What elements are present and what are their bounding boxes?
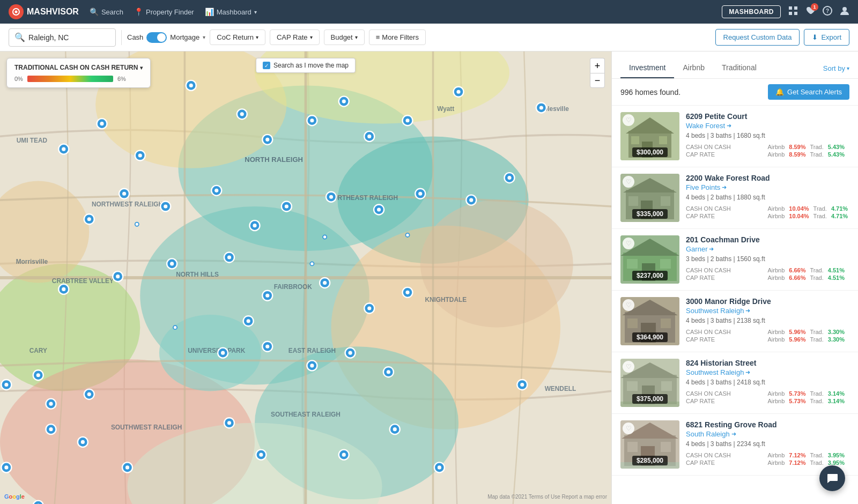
chat-fab-button[interactable] xyxy=(819,465,845,491)
property-image-wrap-4: $375,000 ♡ xyxy=(620,359,679,407)
property-neighborhood-2[interactable]: Garner ➜ xyxy=(686,245,849,253)
property-neighborhood-3[interactable]: Southwest Raleigh ➜ xyxy=(686,307,849,315)
cap-label-5: CAP RATE xyxy=(686,459,768,466)
favorite-button-0[interactable]: ♡ xyxy=(623,114,634,126)
svg-rect-166 xyxy=(631,136,639,144)
nav-mashboard[interactable]: 📊 Mashboard ▾ xyxy=(205,8,257,16)
favorite-button-4[interactable]: ♡ xyxy=(623,361,634,373)
cap-label-2: CAP RATE xyxy=(686,275,768,281)
user-icon[interactable] xyxy=(840,6,849,18)
legend-max: 6% xyxy=(117,76,126,82)
zoom-in-button[interactable]: + xyxy=(590,58,605,73)
sort-by-button[interactable]: Sort by ▾ xyxy=(823,59,849,78)
svg-point-68 xyxy=(456,90,460,94)
trad-cap-3: 3.30% xyxy=(828,336,845,343)
search-as-move-checkbox[interactable]: ✓ Search as I move the map xyxy=(256,58,356,73)
coc-values-5: Airbnb 7.12% Trad. 3.95% xyxy=(768,452,850,458)
property-neighborhood-1[interactable]: Five Points ➜ xyxy=(686,183,849,191)
tab-airbnb[interactable]: Airbnb xyxy=(674,58,713,78)
alert-btn-label: Get Search Alerts xyxy=(787,88,842,96)
svg-point-90 xyxy=(469,198,473,202)
favorite-button-2[interactable]: ♡ xyxy=(623,238,634,249)
search-nav-icon: 🔍 xyxy=(90,8,99,16)
svg-point-130 xyxy=(87,392,91,396)
svg-point-54 xyxy=(189,84,193,87)
cap-rate-label: CAP Rate xyxy=(277,33,308,41)
legend-chevron-icon: ▾ xyxy=(140,65,143,71)
property-metrics-3: CASH ON CASH Airbnb 5.96% Trad. 3.30% CA… xyxy=(686,329,849,343)
favorite-button-1[interactable]: ♡ xyxy=(623,176,634,188)
svg-point-144 xyxy=(227,421,231,425)
svg-text:FAIRBROOK: FAIRBROOK xyxy=(274,283,313,291)
cap-values-0: Airbnb 8.59% Trad. 5.43% xyxy=(768,151,850,158)
tab-traditional[interactable]: Traditional xyxy=(713,58,765,78)
coc-label-0: CASH ON CASH xyxy=(686,144,768,150)
svg-rect-184 xyxy=(627,318,638,328)
logo-text: MASHVISOR xyxy=(27,7,79,17)
map-area[interactable]: NORTH RALEIGH NORTHWEST RALEIGH NORTHEAS… xyxy=(0,51,611,504)
price-tag-2: $237,000 xyxy=(632,271,668,280)
get-search-alerts-button[interactable]: 🔔 Get Search Alerts xyxy=(768,84,849,100)
nav-search[interactable]: 🔍 Search xyxy=(90,8,123,16)
cash-mortgage-toggle[interactable]: Cash Mortgage ▾ xyxy=(127,32,205,43)
property-image-wrap-3: $364,900 ♡ xyxy=(620,297,679,345)
link-icon-4: ➜ xyxy=(745,369,750,376)
nav-right-actions: MASHBOARD 1 ? xyxy=(722,5,849,18)
svg-point-104 xyxy=(323,281,327,285)
svg-point-60 xyxy=(310,118,314,122)
airbnb-coc-5: 7.12% xyxy=(789,452,805,458)
favorite-button-3[interactable]: ♡ xyxy=(623,299,634,311)
svg-point-146 xyxy=(259,453,263,457)
svg-point-120 xyxy=(387,370,390,374)
price-tag-5: $285,000 xyxy=(632,456,668,465)
price-badge-3: $364,900 xyxy=(620,332,679,342)
tab-investment[interactable]: Investment xyxy=(620,58,674,78)
property-card-2[interactable]: $237,000 ♡ 201 Coachman Drive Garner ➜ 3… xyxy=(612,229,858,291)
nav-property-finder[interactable]: 📍 Property Finder xyxy=(134,8,194,16)
svg-point-22 xyxy=(420,200,573,328)
property-neighborhood-4[interactable]: Southwest Raleigh ➜ xyxy=(686,368,849,376)
svg-point-78 xyxy=(214,189,218,192)
svg-point-134 xyxy=(81,440,85,444)
svg-point-70 xyxy=(539,106,543,109)
airbnb-coc-3: 5.96% xyxy=(789,329,805,335)
property-card-0[interactable]: $300,000 ♡ 6209 Petite Court Wake Forest… xyxy=(612,106,858,167)
property-address-5: 6821 Resting Grove Road xyxy=(686,420,849,429)
svg-text:NORTH HILLS: NORTH HILLS xyxy=(176,271,219,278)
budget-filter[interactable]: Budget ▾ xyxy=(324,29,365,45)
svg-point-114 xyxy=(265,345,269,349)
property-card-1[interactable]: $335,000 ♡ 2200 Wake Forest Road Five Po… xyxy=(612,167,858,229)
map-legend[interactable]: TRADITIONAL CASH ON CASH RETURN ▾ 0% 6% xyxy=(6,58,151,88)
trad-coc-1: 4.71% xyxy=(831,205,848,212)
export-button[interactable]: ⬇ Export xyxy=(804,29,849,46)
heart-nav-icon[interactable]: 1 xyxy=(805,6,815,18)
favorite-button-5[interactable]: ♡ xyxy=(623,423,634,434)
toggle-switch[interactable] xyxy=(146,32,167,43)
location-search[interactable]: 🔍 xyxy=(9,28,116,47)
cap-rate-filter[interactable]: CAP Rate ▾ xyxy=(270,29,320,45)
trad-coc-2: 4.51% xyxy=(828,267,845,273)
property-card-3[interactable]: $364,900 ♡ 3000 Manor Ridge Drive Southw… xyxy=(612,291,858,352)
location-input[interactable] xyxy=(28,33,109,42)
help-icon[interactable]: ? xyxy=(823,6,832,18)
coc-values-4: Airbnb 5.73% Trad. 3.14% xyxy=(768,390,850,397)
property-card-5[interactable]: $285,000 ♡ 6821 Resting Grove Road South… xyxy=(612,414,858,476)
airbnb-label-0: Airbnb xyxy=(768,144,785,150)
property-card-4[interactable]: $375,000 ♡ 824 Historian Street Southwes… xyxy=(612,352,858,414)
airbnb-coc-0: 8.59% xyxy=(789,144,805,150)
grid-menu-icon[interactable] xyxy=(788,6,798,18)
coc-return-filter[interactable]: CoC Return ▾ xyxy=(210,29,265,45)
property-neighborhood-0[interactable]: Wake Forest ➜ xyxy=(686,122,849,130)
more-filters-button[interactable]: ≡ More Filters xyxy=(369,29,426,45)
property-neighborhood-5[interactable]: South Raleigh ➜ xyxy=(686,430,849,438)
logo[interactable]: MASHVISOR xyxy=(9,4,79,19)
svg-text:Wyatt: Wyatt xyxy=(437,105,454,113)
coc-label-2: CASH ON CASH xyxy=(686,267,768,273)
svg-point-138 xyxy=(4,465,8,469)
zoom-out-button[interactable]: − xyxy=(590,73,605,88)
property-finder-icon: 📍 xyxy=(134,8,143,16)
link-icon-0: ➜ xyxy=(727,122,731,129)
mashboard-button[interactable]: MASHBOARD xyxy=(722,5,781,18)
property-metrics-0: CASH ON CASH Airbnb 8.59% Trad. 5.43% CA… xyxy=(686,144,849,158)
request-custom-data-button[interactable]: Request Custom Data xyxy=(715,29,800,46)
